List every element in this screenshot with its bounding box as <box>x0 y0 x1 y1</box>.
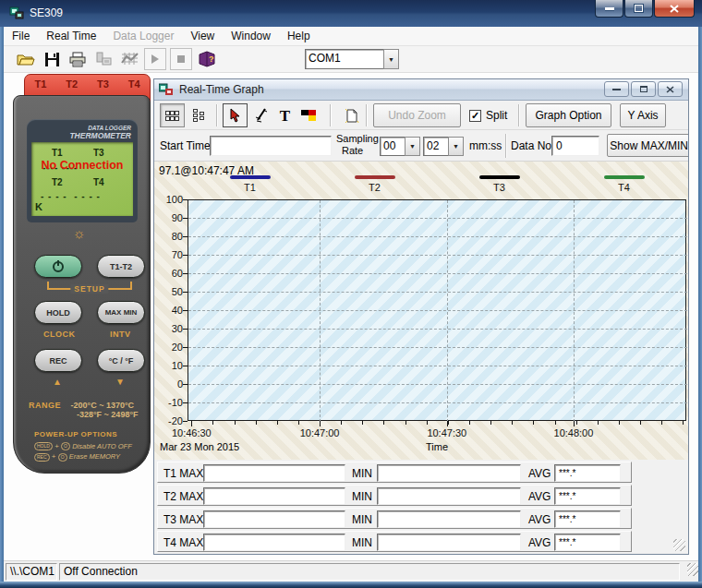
graph-stats: T1 MAX MIN AVG ***.* T2 MAX MIN AVG ***.… <box>154 460 688 554</box>
split-label: Split <box>486 109 507 122</box>
main-toolbar: ? COM1 ▼ <box>4 46 698 73</box>
split-checkbox[interactable]: Split <box>469 103 507 127</box>
x-minor-tick <box>533 421 534 425</box>
stop-button[interactable] <box>170 48 192 70</box>
intv-label: INTV <box>110 330 131 339</box>
graph-window-title-bar[interactable]: Real-Time Graph <box>154 79 688 101</box>
x-minor-tick <box>235 421 236 425</box>
y-tick-mark <box>183 366 188 366</box>
x-minor-tick <box>341 421 342 425</box>
text-tool-button[interactable]: T <box>272 103 297 127</box>
maximize-button[interactable] <box>624 0 653 18</box>
menu-file[interactable]: File <box>4 27 38 45</box>
device-maxmin-button: MAX MIN <box>97 301 145 324</box>
y-axis-button[interactable]: Y Axis <box>620 103 666 127</box>
menu-data-logger[interactable]: Data Logger <box>104 27 182 45</box>
checkbox-icon[interactable] <box>469 110 481 122</box>
show-maxmin-button[interactable]: Show MAX/MIN on <box>607 134 688 157</box>
x-tick-mark <box>574 421 575 426</box>
stats-row-t2: T2 MAX MIN AVG ***.* <box>157 485 632 506</box>
window-resize-grip[interactable] <box>673 539 685 551</box>
gridline-horizontal <box>188 255 687 256</box>
t2-avg-field[interactable]: ***.* <box>554 487 621 505</box>
tile-horizontal-button[interactable] <box>160 103 185 127</box>
start-button[interactable] <box>144 48 166 70</box>
new-graph-button[interactable] <box>339 103 364 127</box>
t4-min-field[interactable] <box>377 534 521 551</box>
x-minor-tick <box>277 421 278 425</box>
menu-view[interactable]: View <box>182 27 223 45</box>
device-body: DATA LOGGER THERMOMETER T1 T3 ---- ---- … <box>13 95 151 474</box>
y-tick-mark <box>183 421 188 422</box>
color-tool-button[interactable] <box>297 103 321 127</box>
close-button[interactable] <box>654 0 695 18</box>
open-file-button[interactable] <box>15 48 37 70</box>
pointer-tool-button[interactable] <box>223 103 248 127</box>
x-minor-tick <box>576 421 577 425</box>
avg-label: AVG <box>528 467 551 480</box>
t2-max-field[interactable] <box>203 487 345 505</box>
t1-min-field[interactable] <box>377 464 521 482</box>
chart-legend: T1T2T3T4 <box>188 175 686 193</box>
print-icon <box>69 52 86 67</box>
minimize-button[interactable] <box>595 0 623 18</box>
min-label: MIN <box>352 513 372 526</box>
t1-avg-field[interactable]: ***.* <box>554 464 621 482</box>
t1-max-field[interactable] <box>203 464 345 482</box>
menu-real-time[interactable]: Real Time <box>38 27 104 45</box>
graph-option-button[interactable]: Graph Option <box>526 103 611 127</box>
x-minor-tick <box>469 421 470 425</box>
t3-avg-field[interactable]: ***.* <box>554 510 621 528</box>
dropdown-button[interactable]: ▼ <box>448 137 464 156</box>
data-no-input[interactable]: 0 <box>551 136 599 156</box>
dropdown-button[interactable]: ▼ <box>405 137 420 156</box>
jack-label-t4: T4 <box>128 78 140 90</box>
x-minor-tick <box>427 421 428 425</box>
y-tick-label: 80 <box>154 231 183 242</box>
x-minor-tick <box>555 421 556 425</box>
legend-item: T2 <box>355 175 395 193</box>
print-button[interactable] <box>67 48 89 70</box>
legend-item: T1 <box>230 175 271 193</box>
com-port-select[interactable]: COM1 ▼ <box>305 49 399 69</box>
gridline-horizontal <box>188 402 687 403</box>
x-minor-tick <box>448 421 449 425</box>
graph-minimize-button[interactable] <box>604 81 629 97</box>
window-border <box>0 582 702 588</box>
save-button[interactable] <box>41 48 63 70</box>
transfer-data-button[interactable] <box>92 48 115 70</box>
x-minor-tick <box>490 421 491 425</box>
undo-zoom-button[interactable]: Undo Zoom <box>373 103 461 127</box>
menu-help[interactable]: Help <box>279 27 319 45</box>
lcd-ch4-label: T4 <box>93 177 104 187</box>
chevron-down-icon: ▼ <box>388 56 394 63</box>
tile-vertical-button[interactable] <box>186 103 211 127</box>
max-label: T2 MAX <box>163 490 203 503</box>
jack-label-t3: T3 <box>97 78 109 90</box>
com-port-dropdown-button[interactable]: ▼ <box>383 49 399 69</box>
x-minor-tick <box>619 421 620 425</box>
help-button[interactable]: ? <box>196 48 218 70</box>
t2-min-field[interactable] <box>377 487 521 505</box>
t3-min-field[interactable] <box>377 510 521 528</box>
y-tick-mark <box>183 384 188 385</box>
plot-area[interactable] <box>188 199 686 421</box>
legend-series-name: T2 <box>369 182 381 193</box>
avg-label: AVG <box>528 490 551 503</box>
y-tick-mark <box>183 292 188 293</box>
x-minor-tick <box>298 421 299 425</box>
t4-avg-field[interactable]: ***.* <box>554 534 621 551</box>
start-time-input[interactable] <box>210 136 332 156</box>
sampling-minutes-select[interactable]: 00 ▼ <box>380 137 420 156</box>
title-bar[interactable]: SE309 <box>0 0 702 27</box>
stop-icon <box>177 55 185 63</box>
zoom-cursor-button[interactable] <box>248 103 273 127</box>
t3-max-field[interactable] <box>203 510 345 528</box>
avg-label: AVG <box>528 536 551 549</box>
sampling-seconds-select[interactable]: 02 ▼ <box>423 137 464 156</box>
graph-maximize-button[interactable] <box>631 81 656 97</box>
graph-close-button[interactable] <box>658 81 683 97</box>
t4-max-field[interactable] <box>203 534 345 551</box>
menu-window[interactable]: Window <box>223 27 279 45</box>
logger-graph-button[interactable] <box>118 48 140 70</box>
